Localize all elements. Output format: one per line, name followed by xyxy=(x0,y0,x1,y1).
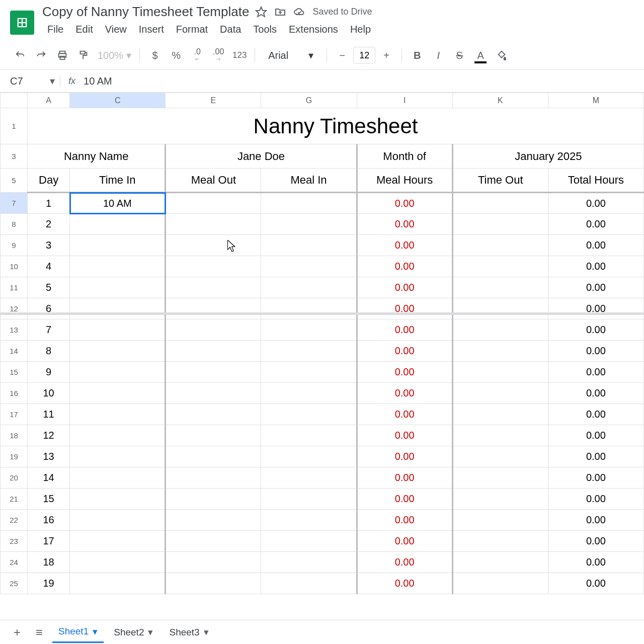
cell-nanny-name-value[interactable]: Jane Doe xyxy=(166,144,357,169)
cell-total-hours[interactable]: 0.00 xyxy=(548,446,643,467)
cell-day[interactable]: 4 xyxy=(28,256,70,277)
cell-meal-in[interactable] xyxy=(261,489,357,510)
cell-time-in[interactable] xyxy=(70,489,166,510)
cell-meal-hours[interactable]: 0.00 xyxy=(357,298,452,319)
cell-meal-out[interactable] xyxy=(166,256,261,277)
cell-meal-in[interactable] xyxy=(261,531,357,552)
cell-time-out[interactable] xyxy=(452,298,548,319)
cell-total-hours[interactable]: 0.00 xyxy=(548,467,643,489)
cell-total-hours[interactable]: 0.00 xyxy=(548,573,643,594)
cell-meal-out[interactable] xyxy=(166,235,261,256)
italic-button[interactable]: I xyxy=(428,45,448,65)
zoom-dropdown[interactable]: 100% ▾ xyxy=(95,49,134,61)
cell-meal-in[interactable] xyxy=(261,256,357,277)
cell-meal-out[interactable] xyxy=(166,425,261,446)
cell-meal-hours[interactable]: 0.00 xyxy=(357,573,452,594)
cell-time-in[interactable] xyxy=(70,341,166,362)
cell-total-hours[interactable]: 0.00 xyxy=(548,425,643,446)
add-sheet-button[interactable]: + xyxy=(8,623,26,641)
undo-button[interactable] xyxy=(10,45,30,65)
menu-data[interactable]: Data xyxy=(215,22,246,37)
currency-format-button[interactable]: $ xyxy=(145,45,165,65)
cell-header-meal-out[interactable]: Meal Out xyxy=(166,169,261,193)
cell-time-out[interactable] xyxy=(452,531,548,552)
cell-time-in[interactable] xyxy=(70,214,166,235)
menu-tools[interactable]: Tools xyxy=(248,22,282,37)
cell-time-out[interactable] xyxy=(452,319,548,341)
cell-total-hours[interactable]: 0.00 xyxy=(548,552,643,573)
menu-file[interactable]: File xyxy=(42,22,68,37)
cell-meal-hours[interactable]: 0.00 xyxy=(357,489,452,510)
strikethrough-button[interactable]: S xyxy=(449,45,469,65)
cell-meal-in[interactable] xyxy=(261,510,357,531)
cell-time-in[interactable] xyxy=(70,404,166,425)
increase-font-size-button[interactable]: + xyxy=(376,45,396,65)
row-header-10[interactable]: 10 xyxy=(1,256,28,277)
cell-meal-in[interactable] xyxy=(261,446,357,467)
cell-meal-hours[interactable]: 0.00 xyxy=(357,193,452,214)
cell-meal-in[interactable] xyxy=(261,298,357,319)
cell-meal-hours[interactable]: 0.00 xyxy=(357,341,452,362)
increase-decimal-button[interactable]: .00→ xyxy=(208,45,228,65)
sheet-tab-2[interactable]: Sheet2▾ xyxy=(108,622,159,642)
column-header-A[interactable]: A xyxy=(28,93,70,108)
row-header-19[interactable]: 19 xyxy=(1,446,28,467)
cell-meal-out[interactable] xyxy=(166,467,261,489)
cell-day[interactable]: 16 xyxy=(28,510,70,531)
cell-month-label[interactable]: Month of xyxy=(357,144,452,169)
cell-meal-out[interactable] xyxy=(166,298,261,319)
cell-time-out[interactable] xyxy=(452,214,548,235)
cell-meal-in[interactable] xyxy=(261,319,357,341)
star-icon[interactable] xyxy=(255,6,267,18)
cell-meal-out[interactable] xyxy=(166,277,261,298)
cell-meal-in[interactable] xyxy=(261,467,357,489)
cell-time-in[interactable] xyxy=(70,362,166,383)
cell-header-total-hours[interactable]: Total Hours xyxy=(548,169,643,193)
cell-meal-hours[interactable]: 0.00 xyxy=(357,467,452,489)
cell-total-hours[interactable]: 0.00 xyxy=(548,277,643,298)
cell-total-hours[interactable]: 0.00 xyxy=(548,214,643,235)
cell-day[interactable]: 13 xyxy=(28,446,70,467)
row-header-15[interactable]: 15 xyxy=(1,362,28,383)
all-sheets-button[interactable]: ≡ xyxy=(30,623,48,641)
cell-header-meal-hours[interactable]: Meal Hours xyxy=(357,169,452,193)
row-header-23[interactable]: 23 xyxy=(1,531,28,552)
cell-meal-in[interactable] xyxy=(261,341,357,362)
column-header-I[interactable]: I xyxy=(357,93,452,108)
text-color-button[interactable]: A xyxy=(470,45,491,65)
row-header-13[interactable]: 13 xyxy=(1,319,28,341)
cell-time-out[interactable] xyxy=(452,573,548,594)
cell-meal-out[interactable] xyxy=(166,510,261,531)
cell-total-hours[interactable]: 0.00 xyxy=(548,404,643,425)
cell-time-in[interactable] xyxy=(70,256,166,277)
row-header-20[interactable]: 20 xyxy=(1,467,28,489)
print-button[interactable] xyxy=(52,45,72,65)
row-header-3[interactable]: 3 xyxy=(1,144,28,169)
cell-meal-in[interactable] xyxy=(261,404,357,425)
formula-input[interactable]: 10 AM xyxy=(84,75,112,87)
cell-meal-in[interactable] xyxy=(261,383,357,404)
document-title[interactable]: Copy of Nanny Timesheet Template xyxy=(42,4,249,20)
menu-extensions[interactable]: Extensions xyxy=(284,22,343,37)
cell-meal-out[interactable] xyxy=(166,531,261,552)
cell-header-day[interactable]: Day xyxy=(28,169,70,193)
menu-format[interactable]: Format xyxy=(171,22,213,37)
cell-meal-hours[interactable]: 0.00 xyxy=(357,214,452,235)
cell-meal-in[interactable] xyxy=(261,277,357,298)
row-header-24[interactable]: 24 xyxy=(1,552,28,573)
cell-day[interactable]: 18 xyxy=(28,552,70,573)
column-header-G[interactable]: G xyxy=(261,93,357,108)
row-header-1[interactable]: 1 xyxy=(1,108,28,144)
row-header-16[interactable]: 16 xyxy=(1,383,28,404)
name-box[interactable]: C7 ▾ xyxy=(10,75,60,87)
cell-total-hours[interactable]: 0.00 xyxy=(548,531,643,552)
cell-meal-in[interactable] xyxy=(261,214,357,235)
cell-day[interactable]: 15 xyxy=(28,489,70,510)
cell-day[interactable]: 1 xyxy=(28,193,70,214)
cell-day[interactable]: 14 xyxy=(28,467,70,489)
row-header-17[interactable]: 17 xyxy=(1,404,28,425)
cell-time-out[interactable] xyxy=(452,193,548,214)
decrease-font-size-button[interactable]: − xyxy=(332,45,352,65)
cell-time-out[interactable] xyxy=(452,489,548,510)
menu-help[interactable]: Help xyxy=(345,22,376,37)
